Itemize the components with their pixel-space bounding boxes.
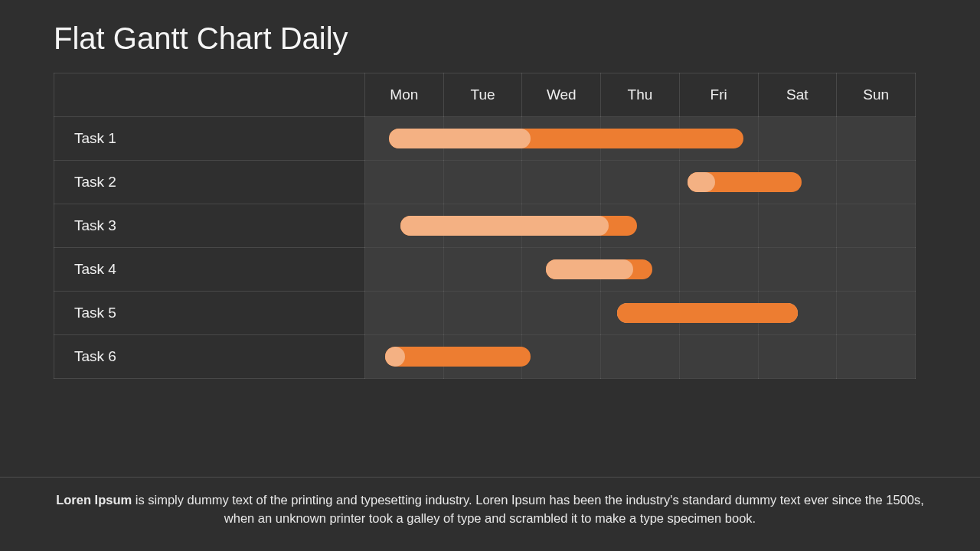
gantt-cell [601, 292, 680, 335]
gantt-cell [837, 117, 916, 161]
gantt-cell [837, 204, 916, 248]
gantt-cell [522, 161, 601, 204]
gantt-cell [679, 335, 758, 379]
gantt-header-day: Tue [443, 73, 522, 117]
gantt-task-name: Task 1 [54, 117, 365, 161]
gantt-chart: MonTueWedThuFriSatSun Task 1Task 2Task 3… [54, 73, 916, 379]
gantt-header-blank [54, 73, 365, 117]
gantt-cell [365, 117, 444, 161]
gantt-bar-progress [400, 216, 609, 236]
page-title: Flat Gantt Chart Daily [54, 21, 926, 56]
gantt-bar-progress [688, 172, 715, 192]
gantt-cell [522, 292, 601, 335]
gantt-task-name: Task 5 [54, 292, 365, 335]
gantt-cell [365, 292, 444, 335]
gantt-row: Task 1 [54, 117, 916, 161]
gantt-cell [837, 248, 916, 292]
footer-separator [0, 477, 980, 478]
gantt-cell [522, 335, 601, 379]
gantt-cell [679, 248, 758, 292]
gantt-row: Task 2 [54, 161, 916, 204]
gantt-cell [365, 335, 444, 379]
gantt-cell [601, 161, 680, 204]
gantt-cell [365, 161, 444, 204]
gantt-body: Task 1Task 2Task 3Task 4Task 5Task 6 [54, 117, 916, 379]
gantt-cell [522, 248, 601, 292]
gantt-bar [389, 129, 743, 148]
gantt-task-name: Task 4 [54, 248, 365, 292]
gantt-cell [601, 335, 680, 379]
gantt-bar-progress [389, 129, 531, 148]
gantt-row: Task 3 [54, 204, 916, 248]
gantt-task-name: Task 3 [54, 204, 365, 248]
gantt-cell [365, 248, 444, 292]
gantt-task-name: Task 6 [54, 335, 365, 379]
gantt-cell [837, 292, 916, 335]
gantt-task-name: Task 2 [54, 161, 365, 204]
gantt-cell [679, 161, 758, 204]
gantt-header-day: Sat [758, 73, 837, 117]
gantt-bar-progress [546, 259, 633, 279]
gantt-row: Task 4 [54, 248, 916, 292]
gantt-cell [758, 117, 837, 161]
gantt-cell [443, 248, 522, 292]
gantt-cell [758, 248, 837, 292]
gantt-cell [443, 292, 522, 335]
gantt-header-row: MonTueWedThuFriSatSun [54, 73, 916, 117]
gantt-header-day: Fri [679, 73, 758, 117]
gantt-bar [617, 303, 799, 323]
gantt-bar-progress [617, 303, 799, 323]
gantt-cell [837, 161, 916, 204]
gantt-bar [400, 216, 637, 236]
gantt-bar [688, 172, 802, 192]
gantt-cell [758, 204, 837, 248]
slide: Flat Gantt Chart Daily MonTueWedThuFriSa… [0, 0, 980, 551]
gantt-bar-total [385, 347, 531, 367]
footer-text: Loren Ipsum is simply dummy text of the … [54, 491, 926, 528]
gantt-header-day: Sun [837, 73, 916, 117]
gantt-cell [679, 204, 758, 248]
gantt-header-day: Thu [601, 73, 680, 117]
footer-lead: Loren Ipsum [56, 493, 132, 507]
gantt-row: Task 6 [54, 335, 916, 379]
footer-tail: is simply dummy text of the printing and… [132, 493, 924, 525]
gantt-header-day: Wed [522, 73, 601, 117]
gantt-bar [385, 347, 531, 367]
gantt-bar [546, 259, 652, 279]
gantt-cell [758, 335, 837, 379]
gantt-header-day: Mon [365, 73, 444, 117]
gantt-cell [365, 204, 444, 248]
gantt-row: Task 5 [54, 292, 916, 335]
gantt-cell [443, 161, 522, 204]
gantt-bar-progress [385, 347, 406, 367]
gantt-cell [837, 335, 916, 379]
